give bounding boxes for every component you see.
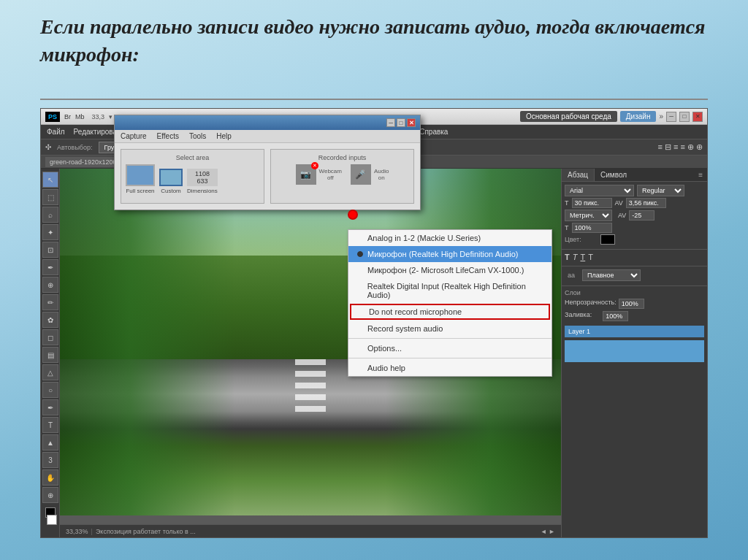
- tracking-input[interactable]: [629, 210, 654, 220]
- recorded-inputs-title: Recorded inputs: [275, 154, 409, 161]
- road-center-line: [295, 359, 325, 411]
- unit-select[interactable]: Метрич.: [565, 210, 612, 221]
- cam-menu-capture[interactable]: Capture: [121, 132, 147, 140]
- audio-item-help[interactable]: Audio help: [348, 360, 552, 376]
- cam-minimize[interactable]: ─: [386, 118, 395, 127]
- cam-menu-effects[interactable]: Effects: [157, 132, 179, 140]
- tool-lasso[interactable]: ⌕: [42, 207, 58, 223]
- camtasia-titlebar: ─ □ ✕: [115, 115, 420, 130]
- scale-input[interactable]: [572, 223, 612, 233]
- extend-icon: »: [659, 112, 663, 120]
- cam-maximize[interactable]: □: [397, 118, 405, 127]
- maximize-icon[interactable]: □: [679, 112, 690, 122]
- kerning-input[interactable]: [626, 198, 666, 208]
- audio-item-options[interactable]: Options...: [348, 340, 552, 356]
- cam-menu-tools[interactable]: Tools: [189, 132, 206, 140]
- audio-icon[interactable]: 🎤: [351, 164, 371, 185]
- font-style-select[interactable]: Regular: [637, 185, 684, 196]
- road-trees-left: [60, 169, 235, 515]
- font-select[interactable]: Arial: [565, 185, 634, 196]
- tool-heal[interactable]: ⊕: [42, 277, 58, 293]
- color-swatch[interactable]: [600, 234, 615, 245]
- tool-crop[interactable]: ⊡: [42, 242, 58, 258]
- tool-pen[interactable]: ✒: [42, 399, 58, 415]
- cam-menu-help[interactable]: Help: [216, 132, 232, 140]
- slide-header: Если паралельно записи видео нужно запис…: [40, 13, 708, 69]
- tool-eyedropper[interactable]: ✒: [42, 259, 58, 275]
- panel-menu-icon[interactable]: ≡: [694, 169, 707, 181]
- height-value: 633: [190, 177, 215, 185]
- screenshot-container: PS Br Mb 33,3 ▾ Основная рабочая среда Д…: [40, 108, 708, 538]
- status-message: Экспозиция работает только в ...: [96, 528, 196, 535]
- do-not-record-label: Do not record microphone: [369, 307, 462, 316]
- custom-label: Custom: [159, 188, 183, 194]
- layers-title: Слои: [565, 289, 704, 296]
- design-btn[interactable]: Дизайн: [620, 111, 657, 122]
- fill-input[interactable]: [603, 311, 628, 321]
- audio-item-analog[interactable]: Analog in 1-2 (Mackie U.Series): [348, 230, 552, 246]
- tool-select-rect[interactable]: ⬚: [42, 189, 58, 205]
- header-divider: [40, 99, 708, 100]
- strikethrough-T[interactable]: T: [588, 253, 593, 261]
- ps-toolbar: ↖ ⬚ ⌕ ✦ ⊡ ✒ ⊕ ✏ ✿ ◻ ▤ △ ○ ✒ T ▲ 3 ✋ ⊕: [41, 169, 60, 537]
- tool-clone[interactable]: ✿: [42, 312, 58, 328]
- font-size-input[interactable]: [572, 198, 612, 208]
- T-size-icon: T: [565, 199, 569, 207]
- aa-label: аа: [568, 272, 575, 279]
- menu-help[interactable]: Справка: [419, 128, 448, 136]
- tool-eraser[interactable]: ◻: [42, 329, 58, 345]
- opacity-input[interactable]: [619, 299, 644, 309]
- zoom-status: 33,33%: [66, 528, 88, 535]
- layers-panel: Слои Непрозрачность: Заливка: Layer 1: [562, 286, 707, 537]
- record-system-dot: [357, 326, 363, 331]
- underline-T[interactable]: T: [580, 253, 585, 261]
- menu-file[interactable]: Файл: [47, 128, 65, 136]
- smooth-select[interactable]: Плавное: [582, 269, 641, 281]
- tool-hand[interactable]: ✋: [42, 469, 58, 486]
- audio-dropdown-menu[interactable]: Analog in 1-2 (Mackie U.Series) Микрофон…: [348, 229, 552, 377]
- bold-T[interactable]: T: [565, 253, 570, 261]
- text-style-section: T T T T: [562, 250, 707, 266]
- tool-gradient[interactable]: ▤: [42, 347, 58, 363]
- tool-text[interactable]: T: [42, 417, 58, 433]
- close-icon[interactable]: ✕: [692, 112, 703, 122]
- layer-item[interactable]: Layer 1: [565, 326, 704, 337]
- minimize-icon[interactable]: ─: [666, 112, 676, 122]
- audio-item-microphone-realtek[interactable]: Микрофон (Realtek High Definition Audio): [348, 246, 552, 262]
- audio-item-do-not-record[interactable]: Do not record microphone: [350, 304, 550, 320]
- tab-symbol[interactable]: Символ: [595, 169, 633, 181]
- cam-close[interactable]: ✕: [407, 118, 416, 127]
- realtek-label: Микрофон (Realtek High Definition Audio): [367, 250, 518, 258]
- tool-shape[interactable]: ▲: [42, 434, 58, 450]
- audio-item-realtek-digital[interactable]: Realtek Digital Input (Realtek High Defi…: [348, 278, 552, 303]
- ps-statusbar: 33,33% | Экспозиция работает только в ..…: [60, 524, 561, 537]
- tool-move[interactable]: ↖: [42, 172, 58, 188]
- tool-3d[interactable]: 3: [42, 452, 58, 468]
- dimensions-box: 1108 633: [187, 169, 218, 186]
- tool-zoom[interactable]: ⊕: [42, 487, 58, 503]
- select-area-box: Select area Full screen Custom 1108: [121, 149, 264, 204]
- layer-name: Layer 1: [568, 328, 590, 335]
- smooth-section: аа Плавное: [562, 266, 707, 286]
- custom-preview[interactable]: [159, 169, 183, 186]
- bg-color[interactable]: [47, 515, 57, 525]
- do-not-record-dot: [359, 309, 365, 315]
- italic-T[interactable]: T: [573, 253, 578, 261]
- select-area-title: Select area: [126, 154, 259, 161]
- audio-item-record-system[interactable]: Record system audio: [348, 321, 552, 337]
- tool-dodge[interactable]: ○: [42, 382, 58, 398]
- tool-brush[interactable]: ✏: [42, 294, 58, 310]
- fullscreen-preview[interactable]: [126, 164, 155, 186]
- tool-blur[interactable]: △: [42, 364, 58, 380]
- help-dot: [357, 365, 363, 371]
- tab-paragraph[interactable]: Абзац: [562, 169, 595, 181]
- zoom-percent: ▾: [109, 113, 112, 120]
- analog-label: Analog in 1-2 (Mackie U.Series): [367, 234, 481, 242]
- mic-symbol: 🎤: [355, 169, 366, 180]
- webcam-icon[interactable]: 📷 ✕: [296, 164, 316, 185]
- options-label: Options...: [367, 344, 402, 353]
- av-icon: AV: [618, 212, 626, 219]
- align-icons: ≡ ⊟ ≡ ≡ ⊕ ⊕: [657, 142, 703, 152]
- tool-magic-wand[interactable]: ✦: [42, 224, 58, 240]
- audio-item-microphone-lifecam[interactable]: Микрофон (2- Microsoft LifeCam VX-1000.): [348, 262, 552, 278]
